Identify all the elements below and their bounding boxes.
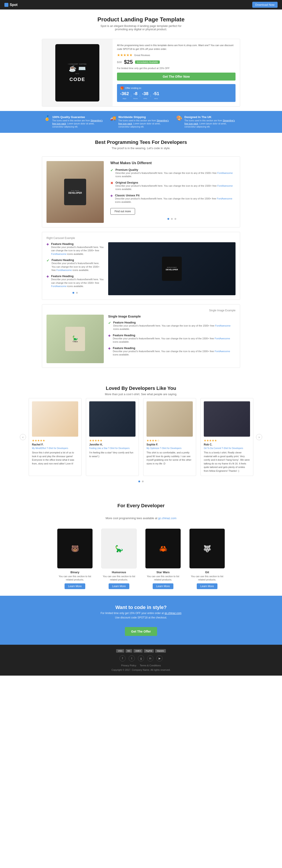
single-image-content: Single Image Example ✔ Feature Heading D… — [108, 315, 236, 363]
payment-paypal: PayPal — [144, 649, 154, 653]
product-btn-humorous[interactable]: Learn More — [109, 583, 129, 589]
product-desc-starwars: You can use this section to list related… — [143, 575, 183, 582]
testimonials-next-button[interactable]: › — [256, 434, 262, 440]
testimonials-inner: ‹ ★★★★★ Rachel F. My Mind/Effort T-Shirt… — [20, 398, 262, 476]
design-link[interactable]: Streamline's free icon pack — [184, 119, 235, 125]
si-link-2[interactable]: FontAwesome — [215, 337, 230, 340]
original-desc: Describe your product's feature/benefit … — [115, 184, 233, 191]
footer-links: Privacy Policy Terms & Conditions — [4, 664, 278, 667]
cta-link[interactable]: gc.chinaz.com — [165, 612, 181, 615]
original-link[interactable]: FontAwesome — [217, 184, 233, 187]
si-link-3[interactable]: FontAwesome — [215, 350, 230, 352]
rc-icon-3: ◆ — [46, 275, 49, 278]
availability-badge: Immediately Available — [135, 60, 160, 64]
countdown-hours: -8 — [133, 91, 138, 96]
rc-link-1[interactable]: FontAwesome — [51, 253, 67, 255]
shipping-title: Worldwide Shipping — [118, 115, 172, 119]
feature-shipping: 🚚 Worldwide Shipping The icons used in t… — [108, 115, 174, 128]
testimonial-card: ★★★★★ Rob C. Git To Da Commit T-Shirt fo… — [201, 398, 253, 476]
cta-offer-button[interactable]: Get The Offer — [125, 627, 157, 636]
single-image-title: Single Image Example — [108, 315, 236, 318]
hero-description: Spot is an elegant Bootstrap 4 landing p… — [97, 24, 185, 31]
countdown-box: 🎁 Offer ending in: -362 days : -8 hours … — [117, 84, 236, 102]
rc-dot-2[interactable] — [76, 292, 78, 294]
offer-button[interactable]: Get The Offer Now — [117, 72, 236, 81]
terms-link[interactable]: Terms & Conditions — [140, 664, 161, 667]
si-icon-3: ◆ — [108, 346, 111, 350]
social-facebook[interactable]: f — [119, 655, 126, 661]
stars-label: Great Reviews — [134, 54, 150, 57]
single-image-photo: 🦕 T-REX — [46, 315, 104, 363]
privacy-link[interactable]: Privacy Policy — [121, 664, 136, 667]
t1-text: Since this t-shirt prompted a lot of us … — [32, 451, 78, 465]
product-name-starwars: Star Wars — [143, 570, 183, 574]
single-image-inner: 🦕 T-REX Single Image Example ✔ Feature H… — [46, 315, 236, 363]
rc-link-2[interactable]: FontAwesome — [57, 269, 72, 271]
rc-title-2: Feature Heading — [51, 258, 104, 262]
rc-desc-1: Describe your product's feature/benefit … — [51, 246, 104, 256]
quality-link[interactable]: Streamline's free icon pack — [52, 119, 103, 125]
navbar: Spot Download Now — [0, 0, 282, 9]
dot-3[interactable] — [175, 218, 176, 220]
feature-design: 🎨 Designed In The UK The icons used in t… — [174, 115, 240, 128]
premium-title: Premium Quality — [115, 168, 233, 172]
hero-title: Product Landing Page Template — [4, 16, 278, 23]
products-title-area: For Every Developer More cool programmin… — [4, 496, 278, 529]
t2-stars: ★★★★★ — [89, 439, 136, 442]
product-desc-humorous: You can use this section to list related… — [99, 575, 139, 582]
download-button[interactable]: Download Now — [252, 2, 278, 8]
rc-dot-1[interactable] — [72, 292, 74, 294]
hero-section: Product Landing Page Template Spot is an… — [0, 9, 282, 34]
social-linkedin[interactable]: in — [147, 655, 153, 661]
dot-1[interactable] — [168, 218, 169, 220]
carousel-features-title: What Makes Us Different — [110, 161, 233, 165]
cta-title: Want to code in style? — [4, 604, 278, 610]
classic-desc: Describe your product's feature/benefit … — [115, 197, 233, 204]
product-btn-starwars[interactable]: Learn More — [153, 583, 173, 589]
countdown-timer: -362 days : -8 hours : -38 mins : -51 se… — [120, 91, 233, 100]
testimonials-dots — [0, 479, 282, 483]
products-link[interactable]: gc.chinaz.com — [158, 517, 176, 520]
tshirt-hero-image: I CONVERT COFFEE ☕ ⌨️ INTO CODE — [55, 44, 99, 101]
find-more-button[interactable]: Find out more — [110, 208, 135, 215]
payment-amex: AMEX — [134, 649, 143, 653]
payment-badges: VISA MC AMEX PayPal Maestro — [4, 649, 278, 653]
feature-quality: 🏅 100% Quality Guarantee The icons used … — [42, 115, 108, 128]
product-btn-binary[interactable]: Learn More — [65, 583, 85, 589]
t4-stars: ★★★★★ — [204, 439, 250, 442]
premium-link[interactable]: FontAwesome — [217, 172, 233, 174]
testimonial-image-2 — [89, 401, 136, 437]
testimonials-prev-button[interactable]: ‹ — [20, 434, 26, 440]
product-btn-git[interactable]: Learn More — [197, 583, 217, 589]
si-title-3: Feature Heading — [113, 346, 236, 350]
testimonial-image-4 — [204, 401, 250, 437]
rc-carousel-dots — [46, 291, 104, 294]
si-link-1[interactable]: FontAwesome — [215, 324, 231, 327]
social-google[interactable]: g — [138, 655, 144, 661]
social-twitter[interactable]: t — [129, 655, 135, 661]
product-stars: ★★★★★ — [117, 53, 132, 57]
td-1[interactable] — [138, 480, 140, 482]
testimonial-card: ★★★★★ Rachel F. My Mind/Effort T-Shirt f… — [29, 398, 81, 476]
shipping-link[interactable]: Streamline's free icon pack — [118, 119, 169, 125]
dot-2[interactable] — [171, 218, 173, 220]
rc-desc-2: Describe your product's feature/benefit … — [51, 262, 104, 272]
social-youtube[interactable]: ▶ — [156, 655, 163, 661]
product-info: All the programming tees used in this te… — [113, 39, 240, 106]
classic-link[interactable]: FontAwesome — [217, 197, 232, 200]
products-subtitle: More cool programming tees available at … — [9, 510, 273, 526]
price-new: $25 — [124, 59, 133, 65]
si-title-2: Feature Heading — [113, 334, 236, 337]
quality-title: 100% Quality Guarantee — [52, 115, 106, 119]
cta-line2: Use discount code SPOT18 at the checkout… — [4, 616, 278, 619]
price-old: $30 — [117, 60, 122, 64]
shipping-icon: 🚚 — [110, 115, 116, 121]
brand-icon — [4, 3, 8, 7]
product-section: I CONVERT COFFEE ☕ ⌨️ INTO CODE All the … — [42, 39, 240, 106]
testimonials-track: ★★★★★ Rachel F. My Mind/Effort T-Shirt f… — [20, 398, 262, 476]
t4-name: Rob C. — [204, 443, 250, 446]
rc-link-3[interactable]: FontAwesome — [51, 285, 67, 287]
td-2[interactable] — [142, 480, 144, 482]
countdown-minutes: -38 — [142, 91, 148, 96]
carousel-main-image: Full Stack DEVELOPER — [46, 161, 104, 223]
